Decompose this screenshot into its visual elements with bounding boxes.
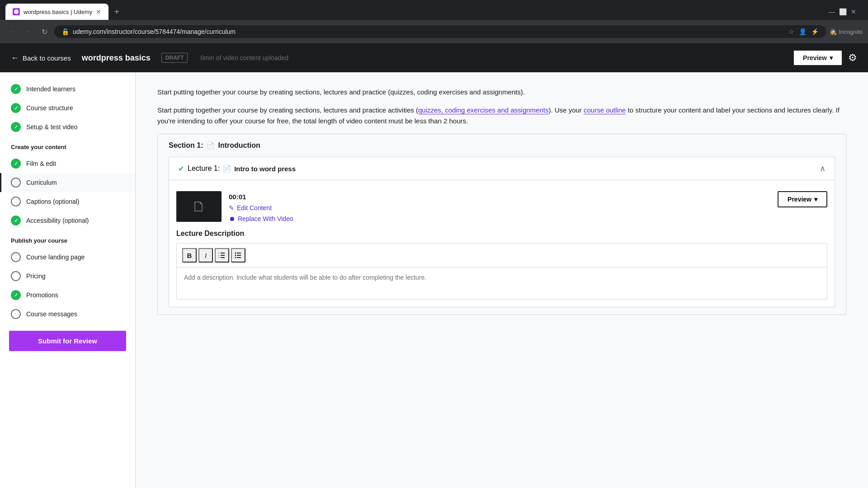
section-label: Section 1: bbox=[169, 141, 203, 150]
close-button[interactable]: ✕ bbox=[850, 8, 857, 15]
new-tab-button[interactable]: + bbox=[110, 5, 123, 18]
unordered-list-button[interactable] bbox=[231, 248, 245, 263]
sidebar-item-curriculum[interactable]: Curriculum bbox=[0, 173, 135, 192]
sidebar-item-promotions[interactable]: Promotions bbox=[0, 286, 135, 305]
settings-button[interactable]: ⚙ bbox=[848, 52, 857, 64]
ordered-list-button[interactable]: 1.2.3. bbox=[215, 248, 229, 263]
active-tab[interactable]: wordpress basics | Udemy ✕ bbox=[5, 4, 108, 20]
check-promotions-icon bbox=[11, 290, 21, 300]
replace-icon: ⏺ bbox=[229, 215, 235, 222]
circle-pricing-icon bbox=[11, 271, 21, 281]
replace-video-link[interactable]: ⏺ Replace With Video bbox=[229, 215, 293, 222]
sidebar-label-curriculum: Curriculum bbox=[26, 179, 57, 186]
sidebar: Intended learners Course structure Setup… bbox=[0, 72, 136, 488]
nav-bar: ← → ↻ 🔒 udemy.com/instructor/course/5784… bbox=[0, 20, 868, 43]
back-to-courses-label: Back to courses bbox=[23, 54, 71, 62]
tab-close-btn[interactable]: ✕ bbox=[96, 8, 101, 15]
sidebar-item-pricing[interactable]: Pricing bbox=[0, 267, 135, 286]
quizzes-link[interactable]: quizzes, coding exercises and assignment… bbox=[418, 106, 549, 114]
lecture-title: Intro to word press bbox=[234, 165, 296, 173]
incognito-icon: 🕵 bbox=[830, 28, 837, 35]
sidebar-item-accessibility[interactable]: Accessibility (optional) bbox=[0, 211, 135, 230]
video-upload-info: 0min of video content uploaded bbox=[200, 54, 288, 61]
preview-button[interactable]: Preview ▾ bbox=[793, 50, 843, 66]
editor-placeholder: Add a description. Include what students… bbox=[184, 274, 426, 281]
address-bar[interactable]: 🔒 udemy.com/instructor/course/5784474/ma… bbox=[54, 25, 826, 38]
content-description-2: Start putting together your course by cr… bbox=[157, 105, 846, 127]
desc2-before: Start putting together your course by cr… bbox=[157, 106, 418, 114]
tab-title: wordpress basics | Udemy bbox=[24, 9, 92, 15]
preview-chevron-icon: ▾ bbox=[814, 196, 817, 203]
svg-rect-1 bbox=[221, 253, 225, 253]
media-info: 00:01 ✎ Edit Content ⏺ Replace With Vide… bbox=[229, 191, 293, 222]
section-doc-icon: 📄 bbox=[207, 142, 214, 149]
collapse-lecture-button[interactable]: ∧ bbox=[820, 164, 826, 174]
sidebar-label-promotions: Promotions bbox=[26, 291, 58, 299]
desc2-middle: ). Use your bbox=[548, 106, 584, 114]
check-course-structure-icon bbox=[11, 103, 21, 113]
publish-section-title: Publish your course bbox=[0, 230, 135, 248]
back-arrow-icon: ← bbox=[11, 53, 19, 63]
edit-content-link[interactable]: ✎ Edit Content bbox=[229, 204, 293, 211]
content-area: Start putting together your course by cr… bbox=[136, 72, 868, 488]
svg-rect-8 bbox=[237, 255, 241, 256]
sidebar-label-accessibility: Accessibility (optional) bbox=[26, 217, 89, 224]
extensions-icon[interactable]: ⚡ bbox=[811, 28, 819, 35]
submit-for-review-button[interactable]: Submit for Review bbox=[9, 331, 126, 351]
svg-rect-7 bbox=[237, 253, 241, 253]
sidebar-item-course-structure[interactable]: Course structure bbox=[0, 99, 135, 117]
course-title: wordpress basics bbox=[82, 53, 151, 63]
draft-badge: DRAFT bbox=[161, 53, 188, 63]
tab-bar: wordpress basics | Udemy ✕ + — ⬜ ✕ bbox=[0, 0, 868, 20]
lecture-content: 🗋 00:01 ✎ Edit Content ⏺ Replace With Vi… bbox=[169, 180, 835, 307]
circle-captions-icon bbox=[11, 197, 21, 206]
svg-rect-2 bbox=[221, 255, 225, 256]
svg-rect-3 bbox=[221, 257, 225, 258]
section-block: Section 1: 📄 Introduction ✔ Lecture 1: 📄… bbox=[157, 134, 846, 315]
svg-point-12 bbox=[235, 257, 236, 258]
lecture-block: ✔ Lecture 1: 📄 Intro to word press ∧ 🗋 0… bbox=[169, 157, 835, 307]
check-setup-test-video-icon bbox=[11, 122, 21, 132]
sidebar-label-pricing: Pricing bbox=[26, 272, 46, 280]
course-outline-link[interactable]: course outline bbox=[584, 106, 626, 114]
sidebar-item-course-landing-page[interactable]: Course landing page bbox=[0, 248, 135, 267]
sidebar-item-setup-test-video[interactable]: Setup & test video bbox=[0, 117, 135, 136]
address-text: udemy.com/instructor/course/5784474/mana… bbox=[73, 28, 236, 35]
lecture-preview-button[interactable]: Preview ▾ bbox=[778, 191, 827, 207]
back-nav-button[interactable]: ← bbox=[5, 25, 18, 38]
profile-icon[interactable]: 👤 bbox=[799, 28, 807, 35]
main-layout: Intended learners Course structure Setup… bbox=[0, 72, 868, 488]
minimize-button[interactable]: — bbox=[828, 8, 835, 15]
header-actions: Preview ▾ ⚙ bbox=[793, 50, 857, 66]
svg-point-11 bbox=[235, 255, 236, 256]
check-accessibility-icon bbox=[11, 216, 21, 225]
section-header: Section 1: 📄 Introduction bbox=[169, 141, 835, 150]
bookmark-icon[interactable]: ☆ bbox=[788, 28, 794, 35]
media-duration: 00:01 bbox=[229, 193, 293, 201]
editor-area[interactable]: Add a description. Include what students… bbox=[176, 267, 827, 300]
window-controls: — ⬜ ✕ bbox=[828, 8, 863, 15]
media-thumbnail: 🗋 bbox=[176, 191, 222, 222]
svg-rect-9 bbox=[237, 257, 241, 258]
maximize-button[interactable]: ⬜ bbox=[839, 8, 846, 15]
sidebar-label-setup-test-video: Setup & test video bbox=[26, 123, 78, 131]
sidebar-label-course-messages: Course messages bbox=[26, 310, 77, 318]
sidebar-item-course-messages[interactable]: Course messages bbox=[0, 305, 135, 324]
sidebar-item-captions[interactable]: Captions (optional) bbox=[0, 192, 135, 211]
bold-button[interactable]: B bbox=[182, 248, 197, 263]
svg-point-0 bbox=[14, 9, 19, 14]
edit-icon: ✎ bbox=[229, 204, 234, 211]
sidebar-label-course-landing-page: Course landing page bbox=[26, 253, 85, 261]
italic-button[interactable]: I bbox=[198, 248, 213, 263]
editor-toolbar: B I 1.2.3. bbox=[176, 243, 827, 267]
svg-text:3.: 3. bbox=[218, 256, 220, 258]
reload-button[interactable]: ↻ bbox=[38, 25, 51, 38]
sidebar-item-film-edit[interactable]: Film & edit bbox=[0, 154, 135, 173]
back-to-courses-link[interactable]: ← Back to courses bbox=[11, 53, 71, 63]
content-description-1: Start putting together your course by cr… bbox=[157, 87, 846, 98]
sidebar-item-intended-learners[interactable]: Intended learners bbox=[0, 80, 135, 99]
check-film-edit-icon bbox=[11, 159, 21, 169]
chevron-down-icon: ▾ bbox=[830, 54, 833, 61]
sidebar-label-intended-learners: Intended learners bbox=[26, 85, 75, 93]
forward-nav-button[interactable]: → bbox=[22, 25, 34, 38]
